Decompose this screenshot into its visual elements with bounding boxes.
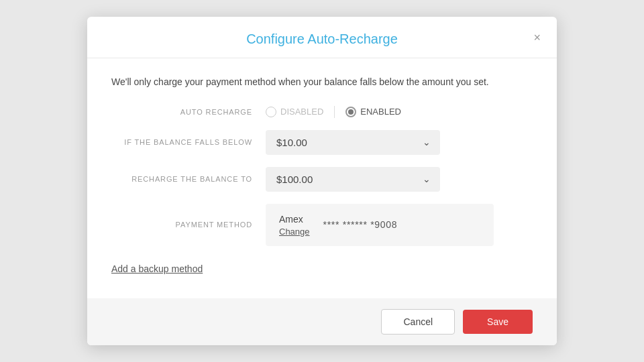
modal-header: Configure Auto-Recharge × bbox=[87, 17, 557, 58]
payment-number: **** ****** *9008 bbox=[323, 219, 398, 230]
modal-footer: Cancel Save bbox=[87, 298, 557, 345]
recharge-to-select-wrapper: $100.00 $200.00 $500.00 ⌄ bbox=[266, 167, 440, 192]
enabled-label: ENABLED bbox=[360, 107, 401, 117]
radio-disabled-icon[interactable] bbox=[266, 107, 276, 117]
recharge-to-label: RECHARGE THE BALANCE TO bbox=[111, 175, 266, 183]
balance-below-select-wrapper: $10.00 $20.00 $50.00 ⌄ bbox=[266, 130, 440, 155]
recharge-to-row: RECHARGE THE BALANCE TO $100.00 $200.00 … bbox=[111, 167, 533, 192]
payment-method-label: PAYMENT METHOD bbox=[111, 221, 266, 229]
payment-box: Amex Change **** ****** *9008 bbox=[266, 204, 494, 246]
payment-card-info: Amex Change bbox=[279, 213, 310, 237]
disabled-option[interactable]: DISABLED bbox=[266, 107, 323, 117]
modal-body: We'll only charge your payment method wh… bbox=[87, 58, 557, 298]
cancel-button[interactable]: Cancel bbox=[381, 309, 455, 335]
toggle-divider bbox=[334, 106, 335, 118]
balance-below-select[interactable]: $10.00 $20.00 $50.00 bbox=[266, 130, 440, 155]
toggle-group: DISABLED ENABLED bbox=[266, 106, 401, 118]
enabled-option[interactable]: ENABLED bbox=[345, 107, 401, 117]
add-backup-method-link[interactable]: Add a backup method bbox=[111, 263, 203, 285]
auto-recharge-row: AUTO RECHARGE DISABLED ENABLED bbox=[111, 106, 533, 118]
payment-method-row: PAYMENT METHOD Amex Change **** ****** *… bbox=[111, 204, 533, 246]
configure-auto-recharge-modal: Configure Auto-Recharge × We'll only cha… bbox=[87, 17, 557, 345]
disabled-label: DISABLED bbox=[280, 107, 323, 117]
balance-below-label: IF THE BALANCE FALLS BELOW bbox=[111, 138, 266, 146]
payment-change-link[interactable]: Change bbox=[279, 227, 310, 237]
radio-enabled-icon[interactable] bbox=[345, 107, 356, 117]
auto-recharge-label: AUTO RECHARGE bbox=[111, 108, 266, 116]
balance-below-row: IF THE BALANCE FALLS BELOW $10.00 $20.00… bbox=[111, 130, 533, 155]
description-text: We'll only charge your payment method wh… bbox=[111, 74, 533, 89]
close-button[interactable]: × bbox=[531, 29, 543, 46]
save-button[interactable]: Save bbox=[463, 310, 533, 334]
recharge-to-select[interactable]: $100.00 $200.00 $500.00 bbox=[266, 167, 440, 192]
modal-title: Configure Auto-Recharge bbox=[246, 32, 398, 47]
payment-name: Amex bbox=[279, 214, 303, 225]
